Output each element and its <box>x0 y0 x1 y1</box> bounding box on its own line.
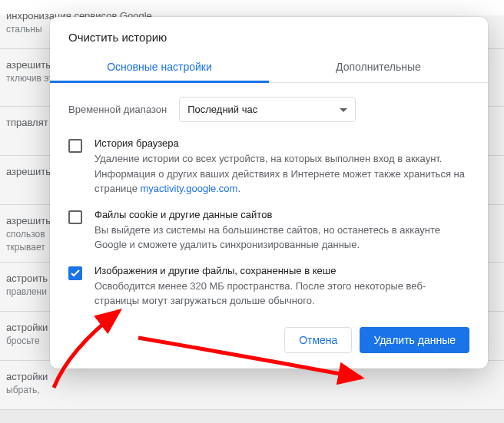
clear-history-dialog: Очистить историю Основные настройки Допо… <box>50 17 488 368</box>
option-desc: Вы выйдете из системы на большинстве сай… <box>94 223 469 253</box>
option-desc: Освободится менее 320 МБ пространства. П… <box>94 279 469 309</box>
option-desc: Удаление истории со всех устройств, на к… <box>94 151 469 197</box>
option-browsing-history: История браузера Удаление истории со все… <box>50 130 488 201</box>
checkbox-browsing-history[interactable] <box>68 139 82 153</box>
option-title: Файлы cookie и другие данные сайтов <box>94 209 469 220</box>
time-range-value: Последний час <box>187 104 257 115</box>
checkbox-cached-images[interactable] <box>68 266 82 280</box>
option-title: История браузера <box>94 137 469 149</box>
option-title: Изображения и другие файлы, сохраненные … <box>94 265 469 276</box>
checkbox-cookies[interactable] <box>68 210 82 224</box>
myactivity-link[interactable]: myactivity.google.com <box>141 183 238 194</box>
tabs: Основные настройки Дополнительные <box>50 50 488 83</box>
time-range-row: Временной диапазон Последний час <box>50 83 488 130</box>
tab-basic[interactable]: Основные настройки <box>50 50 269 82</box>
dialog-title: Очистить историю <box>50 17 488 50</box>
time-range-label: Временной диапазон <box>68 104 167 115</box>
time-range-select[interactable]: Последний час <box>179 97 356 122</box>
option-cookies: Файлы cookie и другие данные сайтов Вы в… <box>50 201 488 257</box>
delete-data-button[interactable]: Удалить данные <box>360 327 469 353</box>
dialog-footer: Отмена Удалить данные <box>50 313 488 368</box>
option-cached-images: Изображения и другие файлы, сохраненные … <box>50 257 488 313</box>
cancel-button[interactable]: Отмена <box>284 327 352 353</box>
tab-advanced[interactable]: Дополнительные <box>269 50 488 82</box>
chevron-down-icon <box>340 104 347 115</box>
